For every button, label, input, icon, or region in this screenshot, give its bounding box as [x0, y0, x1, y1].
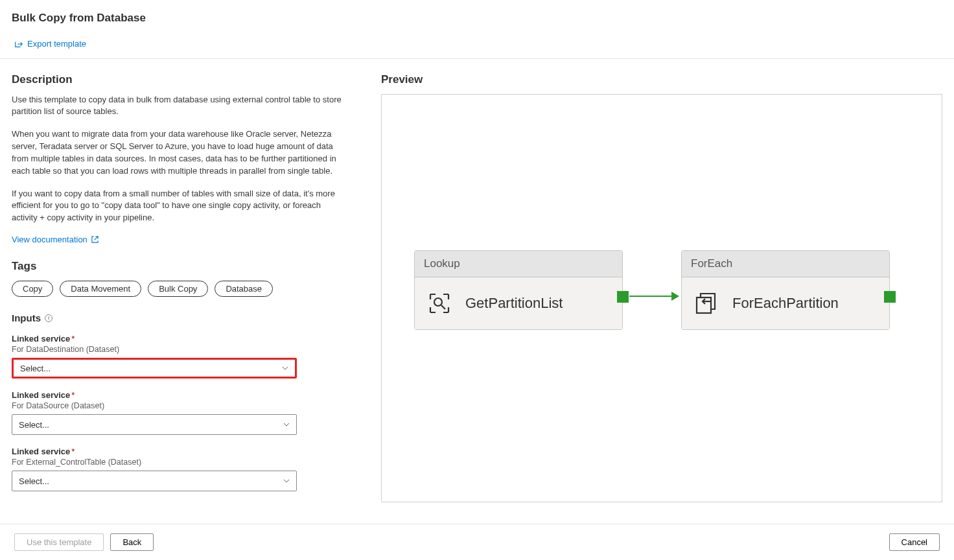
input-sublabel: For DataSource (Dataset)	[12, 401, 349, 410]
input-label: Linked service	[12, 334, 70, 344]
input-label: Linked service	[12, 447, 70, 456]
page-title: Bulk Copy from Database	[0, 0, 954, 39]
tags-heading: Tags	[12, 260, 349, 273]
node-header: Lookup	[415, 251, 622, 277]
back-button[interactable]: Back	[110, 533, 154, 551]
pipeline-node-lookup[interactable]: Lookup GetPartitionList	[414, 250, 623, 330]
footer: Use this template Back Cancel	[0, 524, 954, 560]
node-name: ForEachPartition	[732, 295, 839, 312]
node-header: ForEach	[682, 251, 889, 277]
input-label: Linked service	[12, 390, 70, 400]
select-placeholder: Select...	[19, 476, 49, 486]
tag-bulk-copy[interactable]: Bulk Copy	[148, 281, 208, 297]
preview-heading: Preview	[381, 73, 942, 86]
required-asterisk: *	[71, 390, 75, 400]
node-body: ForEachPartition	[682, 277, 889, 329]
node-body: GetPartitionList	[415, 277, 622, 329]
export-template-link[interactable]: Export template	[14, 39, 86, 49]
select-placeholder: Select...	[20, 364, 51, 373]
chevron-down-icon	[283, 478, 290, 484]
chevron-down-icon	[283, 421, 290, 428]
input-group-controltable: Linked service* For External_ControlTabl…	[12, 447, 349, 491]
description-p3: If you want to copy data from a small nu…	[12, 188, 349, 225]
input-group-datadestination: Linked service* For DataDestination (Dat…	[12, 334, 349, 379]
tag-database[interactable]: Database	[215, 281, 273, 297]
inputs-heading-text: Inputs	[12, 312, 41, 323]
lookup-icon	[426, 290, 452, 316]
pipeline-connector	[629, 296, 671, 297]
tags-row: Copy Data Movement Bulk Copy Database	[12, 281, 349, 297]
info-icon[interactable]: i	[45, 314, 52, 322]
preview-canvas[interactable]: Lookup GetPartitionList	[381, 94, 942, 502]
description-p1: Use this template to copy data in bulk f…	[12, 94, 349, 119]
required-asterisk: *	[71, 447, 75, 456]
view-documentation-label: View documentation	[12, 235, 87, 244]
arrow-head-icon	[671, 292, 679, 301]
export-icon	[14, 40, 23, 49]
foreach-icon	[693, 290, 719, 316]
inputs-heading: Inputs i	[12, 312, 349, 323]
node-output-handle[interactable]	[617, 291, 629, 303]
required-asterisk: *	[71, 334, 75, 344]
use-this-template-button[interactable]: Use this template	[14, 533, 104, 551]
tag-data-movement[interactable]: Data Movement	[60, 281, 141, 297]
linked-service-select-datasource[interactable]: Select...	[12, 414, 297, 435]
toolbar: Export template	[0, 39, 954, 59]
description-heading: Description	[12, 73, 349, 86]
description-p2: When you want to migrate data from your …	[12, 128, 349, 177]
pipeline-node-foreach[interactable]: ForEach ForEachPartition	[681, 250, 890, 330]
cancel-button[interactable]: Cancel	[889, 533, 940, 551]
linked-service-select-datadestination[interactable]: Select...	[12, 358, 297, 379]
chevron-down-icon	[282, 365, 288, 371]
select-placeholder: Select...	[19, 420, 49, 430]
input-group-datasource: Linked service* For DataSource (Dataset)…	[12, 390, 349, 435]
input-sublabel: For External_ControlTable (Dataset)	[12, 458, 349, 467]
export-template-label: Export template	[27, 39, 86, 49]
tag-copy[interactable]: Copy	[12, 281, 53, 297]
linked-service-select-controltable[interactable]: Select...	[12, 471, 297, 491]
node-name: GetPartitionList	[465, 295, 563, 312]
svg-point-0	[434, 298, 442, 306]
external-link-icon	[91, 235, 99, 244]
node-output-handle[interactable]	[884, 291, 896, 303]
input-sublabel: For DataDestination (Dataset)	[12, 345, 349, 354]
view-documentation-link[interactable]: View documentation	[12, 235, 99, 244]
